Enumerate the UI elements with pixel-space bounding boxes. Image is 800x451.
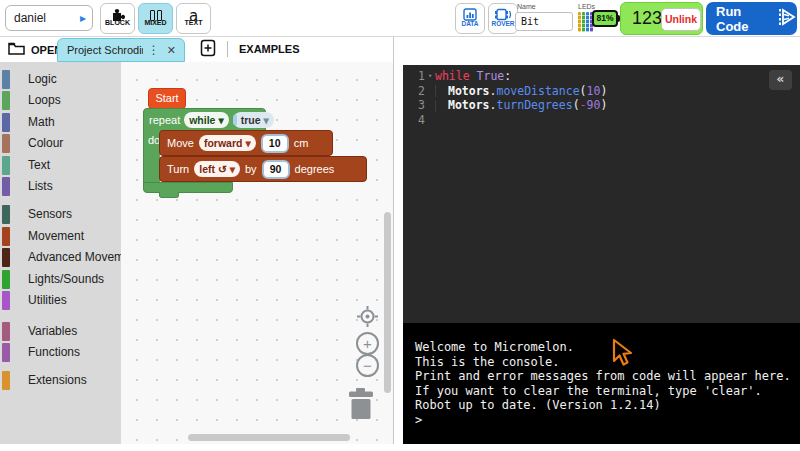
category-color-bar: [2, 291, 10, 310]
plus-icon: +: [363, 335, 372, 352]
run-code-label: Run Code: [716, 4, 771, 34]
while-dropdown[interactable]: while ▾: [184, 112, 229, 128]
resize-grip-icon[interactable]: [791, 444, 799, 451]
console-line: This is the console.: [415, 355, 800, 370]
move-block[interactable]: Move forward ▾ 10 cm: [159, 130, 333, 156]
data-button[interactable]: DATA: [455, 3, 485, 34]
zoom-in-button[interactable]: +: [356, 332, 379, 355]
turn-block[interactable]: Turn left ↺ ▾ by 90 degrees: [159, 156, 367, 182]
angle-input[interactable]: 90: [262, 160, 290, 179]
rover-button[interactable]: ROVER: [488, 3, 518, 34]
code-line: 2 Motors.moveDistance(10): [403, 84, 800, 99]
toolbox-category-variables[interactable]: Variables: [0, 322, 121, 342]
leds-label: LEDs: [578, 3, 595, 10]
code-line: 3 Motors.turnDegrees(-90): [403, 98, 800, 113]
toolbox-category-loops[interactable]: Loops: [0, 91, 121, 111]
zoom-out-button[interactable]: −: [356, 354, 379, 377]
bar-chart-icon: [456, 4, 484, 20]
rover-button-label: ROVER: [489, 20, 517, 27]
toolbox-category-extensions[interactable]: Extensions: [0, 371, 121, 391]
dropdown-arrow-icon: ▾: [230, 163, 235, 175]
led-strip-icon: [578, 12, 593, 32]
turn-direction-dropdown[interactable]: left ↺ ▾: [194, 161, 240, 177]
unlink-button[interactable]: Unlink: [661, 8, 701, 31]
project-tab[interactable]: Project Schrodinger ⋮ ✕: [57, 38, 185, 62]
text-mode-button[interactable]: a TEXT: [176, 3, 211, 34]
rover-name-input[interactable]: Bit: [515, 12, 573, 31]
toolbox-category-utilities[interactable]: Utilities: [0, 291, 121, 311]
tab-menu-icon[interactable]: ⋮: [143, 43, 165, 57]
project-tab-title: Project Schrodinger: [58, 44, 143, 56]
toolbox-category-advanced-movement[interactable]: Advanced Movement: [0, 248, 121, 268]
code-line: 4: [403, 113, 800, 128]
open-project-button[interactable]: OPEN: [8, 41, 62, 59]
loop-foot: [143, 182, 233, 193]
move-label: Move: [167, 137, 194, 149]
mixed-mode-label: MIXED: [139, 19, 172, 26]
category-color-bar: [2, 134, 10, 153]
rover-name-value: Bit: [521, 16, 539, 27]
category-color-bar: [2, 205, 10, 224]
center-blocks-button[interactable]: [356, 305, 379, 328]
by-label: by: [245, 163, 257, 175]
category-color-bar: [2, 322, 10, 341]
block-mode-button[interactable]: BLOCK: [100, 3, 135, 34]
new-project-button[interactable]: [196, 39, 220, 60]
toolbox-category-lights-sounds[interactable]: Lights/Sounds: [0, 270, 121, 290]
repeat-while-block[interactable]: repeat while ▾ true ▾: [143, 108, 266, 131]
dropdown-arrow-icon: ▾: [218, 114, 223, 126]
code-editor[interactable]: 1 ▾ while True: 2 Motors.moveDistance(10…: [403, 65, 800, 323]
toolbox-category-math[interactable]: Math: [0, 113, 121, 133]
examples-tab[interactable]: EXAMPLES: [239, 43, 300, 55]
console-terminal[interactable]: Welcome to Micromelon. This is the conso…: [403, 323, 800, 444]
collapse-chevrons-icon: «: [777, 71, 785, 86]
loop-tail: [159, 192, 179, 198]
data-button-label: DATA: [456, 20, 484, 27]
username-input[interactable]: daniel ▸: [5, 5, 93, 31]
name-field-label: Name: [517, 3, 536, 10]
category-color-bar: [2, 113, 10, 132]
minus-icon: −: [363, 357, 372, 374]
angle-unit-label: degrees: [295, 163, 335, 175]
block-mode-label: BLOCK: [101, 19, 134, 26]
text-mode-label: TEXT: [177, 19, 210, 26]
blockly-workspace: Logic Loops Math Colour Text Lists Senso…: [0, 62, 393, 444]
block-canvas[interactable]: Start repeat while ▾ true ▾ do: [121, 62, 393, 444]
toolbox-category-sensors[interactable]: Sensors: [0, 205, 121, 225]
toolbox-category-lists[interactable]: Lists: [0, 177, 121, 197]
toolbox-category-functions[interactable]: Functions: [0, 343, 121, 363]
run-code-button[interactable]: Run Code: [706, 2, 797, 35]
tab-close-icon[interactable]: ✕: [165, 44, 184, 57]
canvas-horizontal-scrollbar[interactable]: [188, 434, 350, 441]
direction-dropdown[interactable]: forward ▾: [199, 135, 256, 151]
collapse-editor-button[interactable]: «: [769, 70, 792, 90]
toolbox-category-colour[interactable]: Colour: [0, 134, 121, 154]
project-tab-bar: OPEN Project Schrodinger ⋮ ✕ EXAMPLES: [0, 37, 393, 62]
code-area: 1 ▾ while True: 2 Motors.moveDistance(10…: [403, 65, 800, 127]
category-color-bar: [2, 371, 10, 390]
canvas-vertical-scrollbar[interactable]: [384, 212, 391, 393]
loop-spine: do: [143, 130, 160, 183]
console-prompt: >: [415, 413, 800, 428]
category-color-bar: [2, 70, 10, 89]
toolbox-category-logic[interactable]: Logic: [0, 70, 121, 90]
start-block[interactable]: Start: [148, 88, 186, 109]
micromelon-app: daniel ▸ BLOCK MIXED a TEXT DATA: [0, 0, 800, 451]
username-value: daniel: [14, 11, 46, 25]
mixed-mode-button[interactable]: MIXED: [138, 3, 173, 34]
category-color-bar: [2, 248, 10, 267]
unlink-label: Unlink: [665, 13, 697, 25]
submit-arrow-icon[interactable]: ▸: [80, 6, 86, 30]
toolbox-category-text[interactable]: Text: [0, 156, 121, 176]
trash-button[interactable]: [346, 387, 376, 424]
toolbox-category-movement[interactable]: Movement: [0, 227, 121, 247]
category-color-bar: [2, 227, 10, 246]
run-flag-icon: [777, 7, 797, 30]
condition-value-block[interactable]: true ▾: [233, 112, 274, 128]
distance-input[interactable]: 10: [261, 134, 289, 153]
fold-arrow-icon[interactable]: ▾: [425, 69, 435, 84]
console-line: Welcome to Micromelon.: [415, 340, 800, 355]
turn-label: Turn: [167, 163, 189, 175]
category-color-bar: [2, 343, 10, 362]
dropdown-arrow-icon: ▾: [264, 114, 269, 126]
